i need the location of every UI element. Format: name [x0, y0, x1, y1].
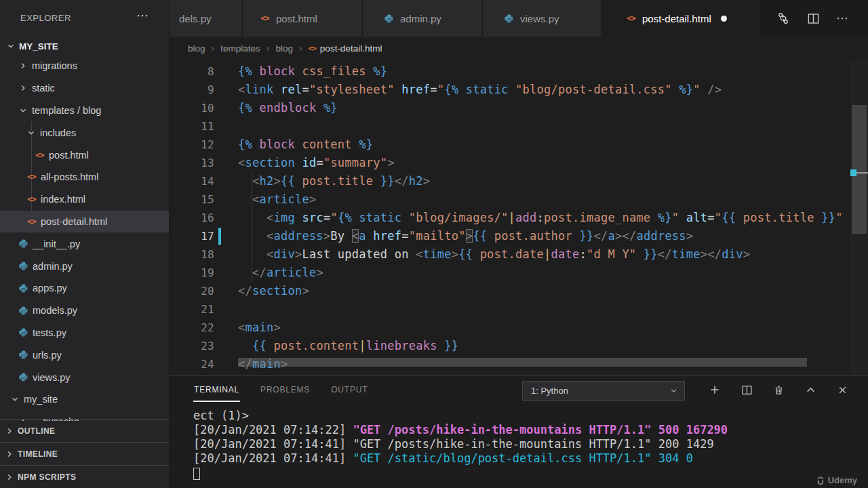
code-line-19[interactable]: 19 </article>: [170, 264, 868, 282]
tree-item-init-py[interactable]: __init__.py: [0, 232, 169, 255]
editor-group: dels.py<>post.htmladmin.pyviews.py<>post…: [170, 0, 868, 488]
tab-label: post-detail.html: [642, 13, 711, 24]
explorer-title: EXPLORER: [20, 13, 71, 23]
code-token: [701, 83, 708, 96]
code-line-9[interactable]: 9<link rel="stylesheet" href="{% static …: [170, 81, 868, 99]
code-token: />: [707, 83, 722, 96]
code-token: id: [302, 156, 316, 169]
terminal-output[interactable]: ect (1)>[20/Jan/2021 07:14:22] "GET /pos…: [193, 409, 858, 480]
tree-item-urls-py[interactable]: urls.py: [0, 344, 169, 366]
chevron-right-icon: [4, 472, 15, 483]
code-token: {%: [338, 211, 352, 224]
code-token: [672, 83, 679, 96]
terminal-text: [20/Jan/2021 07:14:41]: [193, 451, 353, 465]
code-token: <: [252, 192, 260, 206]
breadcrumb-separator-icon: ›: [267, 43, 270, 54]
code-token: [273, 83, 281, 96]
code-line-16[interactable]: 16 <img src="{% static "blog/images/"|ad…: [170, 209, 868, 227]
code-line-20[interactable]: 20</section>: [170, 282, 868, 300]
open-changes-icon[interactable]: [776, 11, 791, 26]
tab-dels-py[interactable]: dels.py: [170, 0, 243, 37]
kill-terminal-icon[interactable]: [772, 383, 785, 396]
code-token: {{: [722, 211, 736, 224]
code-line-17[interactable]: 17 <address>By <a href="mailto">{{ post.…: [170, 227, 868, 245]
code-token: block: [259, 64, 294, 78]
tree-item-index-html[interactable]: <>index.html: [0, 188, 169, 211]
code-line-10[interactable]: 10{% endblock %}: [170, 99, 868, 117]
tab-admin-py[interactable]: admin.py: [363, 0, 483, 37]
breadcrumb-item-post-detail-html[interactable]: <>post-detail.html: [309, 43, 382, 54]
unsaved-dot-icon[interactable]: [721, 16, 727, 22]
code-line-11[interactable]: 11: [170, 117, 868, 136]
code-line-22[interactable]: 22<main>: [170, 319, 868, 337]
code-token: </: [658, 247, 672, 261]
code-token: "blog/post-detail.css": [515, 83, 672, 96]
split-terminal-icon[interactable]: [740, 383, 753, 396]
tree-item-all-posts-html[interactable]: <>all-posts.html: [0, 166, 169, 188]
tree-item-static[interactable]: static: [0, 77, 169, 100]
code-token: >: [302, 284, 309, 298]
tree-item-views-py[interactable]: views.py: [0, 366, 169, 388]
code-token: >: [686, 229, 694, 243]
tree-item-my-site[interactable]: my_site: [0, 388, 169, 411]
terminal-select[interactable]: 1: Python: [522, 381, 685, 401]
close-panel-icon[interactable]: [835, 383, 849, 396]
panel-tab-problems[interactable]: PROBLEMS: [260, 376, 311, 403]
code-line-12[interactable]: 12{% block content %}: [170, 136, 868, 154]
breadcrumb-item-blog[interactable]: blog: [188, 43, 205, 54]
more-actions-icon[interactable]: ⋯: [835, 11, 850, 26]
tree-item-label: apps.py: [33, 283, 67, 293]
line-content: <address>By <a href="mailto">{{ post.aut…: [214, 227, 693, 245]
code-token: |: [544, 247, 551, 261]
tree-item-templates-blog[interactable]: templates / blog: [0, 100, 169, 122]
code-line-8[interactable]: 8{% block css_files %}: [170, 62, 868, 81]
tree-item-post-html[interactable]: <>post.html: [0, 144, 169, 166]
tree-item-label: all-posts.html: [41, 171, 98, 182]
tree-item-includes[interactable]: includes: [0, 121, 169, 144]
code-token: <: [252, 174, 260, 188]
tab-post-detail-html[interactable]: <>post-detail.html: [602, 0, 760, 37]
code-line-15[interactable]: 15 <article>: [170, 190, 868, 209]
sidebar-section-npm-scripts[interactable]: NPM SCRIPTS: [0, 465, 169, 488]
tree-item-migrations[interactable]: migrations: [0, 55, 169, 77]
terminal-line-3: [20/Jan/2021 07:14:41] "GET /posts/hike-…: [193, 437, 858, 451]
tab-views-py[interactable]: views.py: [483, 0, 602, 37]
tree-item-admin-py[interactable]: admin.py: [0, 255, 169, 277]
breadcrumb-item-templates[interactable]: templates: [220, 43, 260, 54]
sidebar-section-timeline[interactable]: TIMELINE: [0, 442, 169, 465]
code-line-23[interactable]: 23 {{ post.content|linebreaks }}: [170, 337, 868, 355]
code-editor[interactable]: 8{% block css_files %}9<link rel="styles…: [170, 60, 868, 375]
horizontal-scrollbar[interactable]: [238, 358, 807, 367]
code-token: "stylesheet": [309, 83, 395, 96]
tree-item-models-py[interactable]: models.py: [0, 300, 169, 322]
tree-item-tests-py[interactable]: tests.py: [0, 322, 169, 344]
tree-item-label: tests.py: [33, 327, 66, 338]
code-line-21[interactable]: 21: [170, 300, 868, 319]
code-token: [366, 229, 374, 243]
split-editor-icon[interactable]: [806, 11, 821, 26]
sidebar-section-outline[interactable]: OUTLINE: [0, 419, 169, 442]
code-token: >: [466, 229, 473, 243]
code-token: [679, 211, 686, 224]
maximize-panel-icon[interactable]: [804, 383, 817, 396]
workspace-root-folder[interactable]: MY_SITE: [0, 37, 169, 55]
line-content: <link rel="stylesheet" href="{% static "…: [214, 81, 722, 99]
panel-tab-output[interactable]: OUTPUT: [330, 376, 368, 403]
breadcrumb-label: blog: [275, 43, 293, 54]
terminal-cursor: [193, 468, 200, 480]
tree-item-apps-py[interactable]: apps.py: [0, 277, 169, 300]
tab-post-html[interactable]: <>post.html: [243, 0, 363, 37]
code-token: <: [238, 83, 245, 96]
code-line-14[interactable]: 14 <h2>{{ post.title }}</h2>: [170, 172, 868, 190]
code-token: [295, 138, 302, 151]
new-terminal-icon[interactable]: [708, 383, 722, 396]
code-line-18[interactable]: 18 <div>Last updated on <time>{{ post.da…: [170, 245, 868, 264]
panel-tab-terminal[interactable]: TERMINAL: [193, 376, 240, 403]
line-content: [214, 117, 238, 136]
code-line-13[interactable]: 13<section id="summary">: [170, 154, 868, 172]
code-token: [252, 64, 260, 78]
breadcrumb-item-blog[interactable]: blog: [275, 43, 293, 54]
code-token: [487, 229, 494, 243]
explorer-more-icon[interactable]: ⋯: [136, 8, 150, 23]
tree-item-post-detail-html[interactable]: <>post-detail.html: [0, 211, 169, 233]
